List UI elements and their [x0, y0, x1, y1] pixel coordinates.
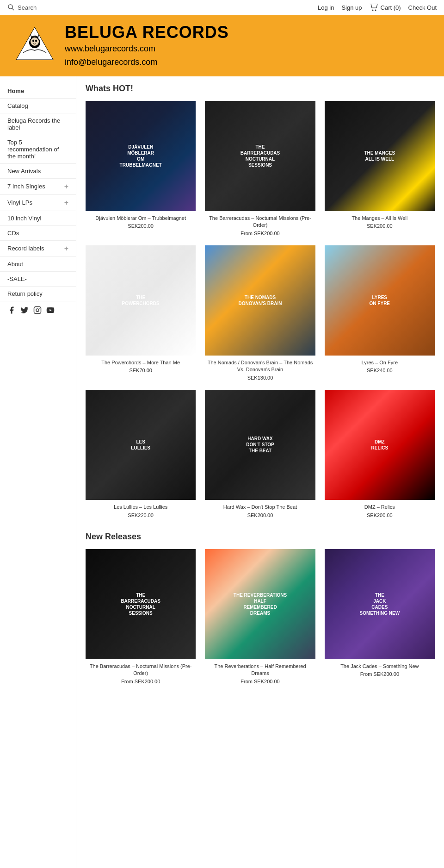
sidebar-item-label[interactable]: Beluga Records the label	[0, 113, 76, 135]
signup-link[interactable]: Sign up	[341, 4, 362, 11]
product-card[interactable]: THE NOMADSDONOVAN'S BRAIN The Nomads / D…	[205, 245, 315, 381]
top-nav: Search Log in Sign up Cart (0) Check Out	[0, 0, 444, 15]
product-name: The Manges – All Is Well	[325, 215, 435, 222]
product-name: Hard Wax – Don't Stop The Beat	[205, 504, 315, 511]
svg-point-9	[35, 39, 37, 42]
svg-line-1	[12, 8, 14, 10]
auth-area: Log in Sign up Cart (0) Check Out	[318, 4, 437, 11]
product-image: THEJACKCADESSOMETHING NEW	[325, 549, 435, 659]
product-name: DMZ – Relics	[325, 504, 435, 511]
svg-point-8	[32, 39, 34, 42]
sidebar-item-home[interactable]: Home	[0, 84, 76, 99]
svg-rect-10	[34, 306, 41, 313]
product-price: SEK200.00	[205, 512, 315, 518]
banner-website: www.belugarecords.com	[65, 42, 229, 56]
svg-point-11	[36, 309, 39, 312]
product-image: LYRESON FYRE	[325, 245, 435, 356]
svg-point-3	[375, 10, 376, 11]
product-name: The Barreracudas – Nocturnal Missions (P…	[205, 215, 315, 229]
svg-point-7	[31, 37, 39, 46]
product-name: Lyres – On Fyre	[325, 359, 435, 366]
cart-label[interactable]: Cart (0)	[381, 4, 401, 11]
main-content: Whats HOT! DJÄVULENMÖBLERAROMTRUBBELMAGN…	[76, 76, 444, 868]
product-card[interactable]: THE MANGESALL IS WELL The Manges – All I…	[325, 101, 435, 236]
product-image: THEPOWERCHORDS	[86, 245, 196, 356]
product-name: The Nomads / Donovan's Brain – The Nomad…	[205, 359, 315, 374]
plus-icon-labels: +	[64, 244, 68, 253]
banner: BELUGA RECORDS www.belugarecords.com inf…	[0, 15, 444, 76]
sidebar-item-about[interactable]: About	[0, 257, 76, 272]
plus-icon-vinyl: +	[64, 199, 68, 207]
product-name: The Powerchords – More Than Me	[86, 359, 196, 366]
sidebar-item-7inch[interactable]: 7 Inch Singles +	[0, 179, 76, 195]
banner-text: BELUGA RECORDS www.belugarecords.com inf…	[65, 23, 229, 69]
search-label[interactable]: Search	[18, 4, 37, 11]
sidebar-item-10inch[interactable]: 10 inch Vinyl	[0, 211, 76, 226]
login-link[interactable]: Log in	[318, 4, 334, 11]
product-image: THEBARRERACUDASNOCTURNALSESSIONS	[86, 549, 196, 659]
product-image: DJÄVULENMÖBLERAROMTRUBBELMAGNET	[86, 101, 196, 211]
product-image: LESLULLIES	[86, 390, 196, 500]
new-releases-grid: THEBARRERACUDASNOCTURNALSESSIONS The Bar…	[86, 549, 435, 684]
sidebar-item-catalog[interactable]: Catalog	[0, 99, 76, 113]
product-price: SEK70.00	[86, 368, 196, 373]
product-price: SEK200.00	[325, 223, 435, 229]
sidebar-item-cds[interactable]: CDs	[0, 226, 76, 241]
svg-point-0	[8, 5, 12, 9]
sidebar-item-sale[interactable]: -SALE-	[0, 272, 76, 287]
product-price: SEK220.00	[86, 512, 196, 518]
checkout-link[interactable]: Check Out	[408, 4, 437, 11]
banner-title: BELUGA RECORDS	[65, 23, 229, 42]
sidebar: Home Catalog Beluga Records the label To…	[0, 76, 76, 868]
product-name: The Reverberations – Half Remembered Dre…	[205, 663, 315, 677]
product-card[interactable]: THEBARRERACUDASNOCTURNALSESSIONS The Bar…	[86, 549, 196, 684]
product-card[interactable]: THE REVERBERATIONSHALFREMEMBEREDDREAMS T…	[205, 549, 315, 684]
sidebar-item-record-labels[interactable]: Record labels +	[0, 241, 76, 257]
svg-point-12	[39, 308, 40, 309]
sidebar-item-return-policy[interactable]: Return policy	[0, 287, 76, 301]
product-price: SEK200.00	[86, 223, 196, 229]
banner-email: info@belugarecords.com	[65, 56, 229, 69]
product-image: THE NOMADSDONOVAN'S BRAIN	[205, 245, 315, 356]
main-layout: Home Catalog Beluga Records the label To…	[0, 76, 444, 868]
search-area: Search	[7, 4, 37, 11]
cart-area[interactable]: Cart (0)	[370, 4, 401, 11]
facebook-icon[interactable]	[7, 306, 16, 314]
product-card[interactable]: DJÄVULENMÖBLERAROMTRUBBELMAGNET Djävulen…	[86, 101, 196, 236]
product-price: SEK240.00	[325, 368, 435, 373]
product-image: DMZRELICS	[325, 390, 435, 500]
product-card[interactable]: THEPOWERCHORDS The Powerchords – More Th…	[86, 245, 196, 381]
new-releases-title: New Releases	[86, 532, 435, 542]
product-card[interactable]: THEBARRERACUDASNOCTURNALSESSIONS The Bar…	[205, 101, 315, 236]
product-card[interactable]: HARD WAXDON'T STOPTHE BEAT Hard Wax – Do…	[205, 390, 315, 518]
product-card[interactable]: LESLULLIES Les Lullies – Les Lullies SEK…	[86, 390, 196, 518]
product-card[interactable]: THEJACKCADESSOMETHING NEW The Jack Cades…	[325, 549, 435, 684]
product-image: THE REVERBERATIONSHALFREMEMBEREDDREAMS	[205, 549, 315, 659]
sidebar-item-vinyl-lps[interactable]: Vinyl LPs +	[0, 195, 76, 211]
youtube-icon[interactable]	[46, 306, 55, 314]
cart-icon	[370, 4, 378, 11]
product-price: From SEK200.00	[205, 231, 315, 236]
product-card[interactable]: LYRESON FYRE Lyres – On Fyre SEK240.00	[325, 245, 435, 381]
product-price: From SEK200.00	[205, 679, 315, 684]
product-image: THEBARRERACUDASNOCTURNALSESSIONS	[205, 101, 315, 211]
instagram-icon[interactable]	[33, 306, 42, 314]
sidebar-item-top5[interactable]: Top 5 recommendation of the month!	[0, 135, 76, 164]
product-name: The Barreracudas – Nocturnal Missions (P…	[86, 663, 196, 677]
product-name: The Jack Cades – Something New	[325, 663, 435, 670]
plus-icon-7inch: +	[64, 182, 68, 191]
product-image: HARD WAXDON'T STOPTHE BEAT	[205, 390, 315, 500]
logo-icon	[14, 25, 56, 67]
product-price: From SEK200.00	[325, 671, 435, 677]
product-name: Les Lullies – Les Lullies	[86, 504, 196, 511]
product-price: SEK200.00	[325, 512, 435, 518]
sidebar-item-new-arrivals[interactable]: New Arrivals	[0, 164, 76, 179]
svg-point-2	[372, 10, 373, 11]
twitter-icon[interactable]	[20, 306, 29, 314]
whats-hot-title: Whats HOT!	[86, 84, 435, 94]
social-links	[0, 301, 76, 319]
product-image: THE MANGESALL IS WELL	[325, 101, 435, 211]
product-card[interactable]: DMZRELICS DMZ – Relics SEK200.00	[325, 390, 435, 518]
whats-hot-grid: DJÄVULENMÖBLERAROMTRUBBELMAGNET Djävulen…	[86, 101, 435, 518]
product-price: From SEK200.00	[86, 679, 196, 684]
